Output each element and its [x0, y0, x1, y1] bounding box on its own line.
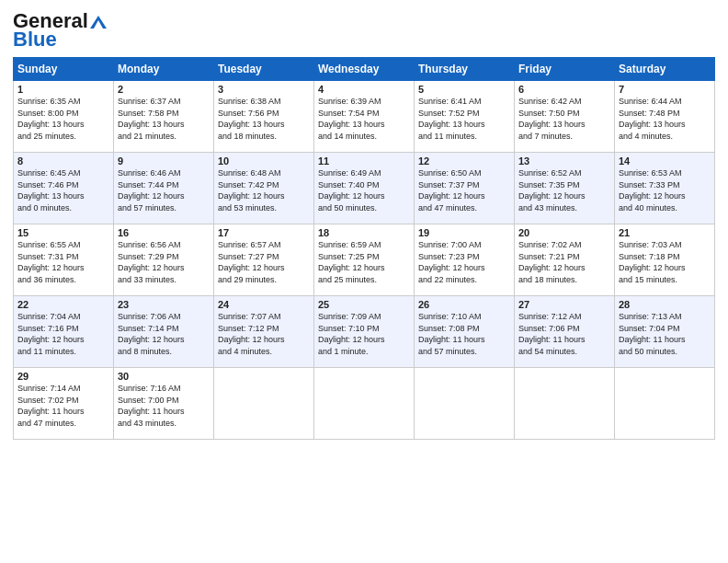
day-number: 2: [118, 84, 210, 95]
day-info: Sunrise: 7:04 AM Sunset: 7:16 PM Dayligh…: [17, 311, 109, 357]
day-number: 28: [619, 299, 711, 310]
calendar-cell: 15Sunrise: 6:55 AM Sunset: 7:31 PM Dayli…: [14, 224, 114, 296]
day-number: 8: [17, 155, 109, 167]
calendar-header-friday: Friday: [515, 58, 615, 81]
calendar-cell: 26Sunrise: 7:10 AM Sunset: 7:08 PM Dayli…: [415, 296, 515, 368]
day-info: Sunrise: 7:03 AM Sunset: 7:18 PM Dayligh…: [619, 239, 711, 285]
calendar-cell: 13Sunrise: 6:52 AM Sunset: 7:35 PM Dayli…: [515, 153, 615, 224]
day-info: Sunrise: 7:16 AM Sunset: 7:00 PM Dayligh…: [118, 383, 210, 429]
day-number: 4: [318, 84, 410, 95]
day-info: Sunrise: 6:42 AM Sunset: 7:50 PM Dayligh…: [518, 96, 610, 142]
calendar-cell: 21Sunrise: 7:03 AM Sunset: 7:18 PM Dayli…: [615, 224, 715, 296]
day-number: 3: [218, 84, 310, 95]
day-number: 15: [17, 227, 109, 238]
day-info: Sunrise: 6:45 AM Sunset: 7:46 PM Dayligh…: [17, 167, 109, 213]
day-info: Sunrise: 7:07 AM Sunset: 7:12 PM Dayligh…: [218, 311, 310, 357]
day-number: 24: [218, 299, 310, 310]
day-number: 7: [619, 84, 711, 95]
calendar-cell: 25Sunrise: 7:09 AM Sunset: 7:10 PM Dayli…: [314, 296, 415, 368]
calendar-week-3: 15Sunrise: 6:55 AM Sunset: 7:31 PM Dayli…: [14, 224, 715, 296]
day-info: Sunrise: 7:12 AM Sunset: 7:06 PM Dayligh…: [518, 311, 610, 357]
calendar-week-2: 8Sunrise: 6:45 AM Sunset: 7:46 PM Daylig…: [14, 153, 715, 224]
calendar-cell: [515, 368, 615, 440]
calendar-week-5: 29Sunrise: 7:14 AM Sunset: 7:02 PM Dayli…: [14, 368, 715, 440]
calendar-cell: [615, 368, 715, 440]
day-number: 1: [17, 84, 109, 95]
day-number: 30: [118, 371, 210, 382]
calendar-header-sunday: Sunday: [14, 58, 114, 81]
logo-arrow-icon: [90, 16, 107, 29]
day-info: Sunrise: 6:41 AM Sunset: 7:52 PM Dayligh…: [418, 96, 510, 142]
day-info: Sunrise: 6:48 AM Sunset: 7:42 PM Dayligh…: [218, 167, 310, 213]
day-number: 29: [17, 371, 109, 382]
day-info: Sunrise: 6:56 AM Sunset: 7:29 PM Dayligh…: [118, 239, 210, 285]
logo-text-blue: Blue: [13, 29, 57, 50]
day-info: Sunrise: 6:52 AM Sunset: 7:35 PM Dayligh…: [518, 167, 610, 213]
calendar-cell: 16Sunrise: 6:56 AM Sunset: 7:29 PM Dayli…: [114, 224, 214, 296]
calendar-cell: 22Sunrise: 7:04 AM Sunset: 7:16 PM Dayli…: [14, 296, 114, 368]
day-number: 9: [118, 155, 210, 167]
calendar-cell: 9Sunrise: 6:46 AM Sunset: 7:44 PM Daylig…: [114, 153, 214, 224]
calendar-cell: 4Sunrise: 6:39 AM Sunset: 7:54 PM Daylig…: [314, 81, 415, 153]
day-info: Sunrise: 6:50 AM Sunset: 7:37 PM Dayligh…: [418, 167, 510, 213]
day-number: 20: [518, 227, 610, 238]
header-row: General Blue: [13, 11, 715, 50]
day-info: Sunrise: 6:37 AM Sunset: 7:58 PM Dayligh…: [118, 96, 210, 142]
day-number: 22: [17, 299, 109, 310]
calendar-header-monday: Monday: [114, 58, 214, 81]
day-info: Sunrise: 7:14 AM Sunset: 7:02 PM Dayligh…: [17, 383, 109, 429]
calendar-cell: 6Sunrise: 6:42 AM Sunset: 7:50 PM Daylig…: [515, 81, 615, 153]
day-info: Sunrise: 7:06 AM Sunset: 7:14 PM Dayligh…: [118, 311, 210, 357]
day-number: 19: [418, 227, 510, 238]
day-info: Sunrise: 7:02 AM Sunset: 7:21 PM Dayligh…: [518, 239, 610, 285]
calendar-cell: 23Sunrise: 7:06 AM Sunset: 7:14 PM Dayli…: [114, 296, 214, 368]
day-info: Sunrise: 6:46 AM Sunset: 7:44 PM Dayligh…: [118, 167, 210, 213]
calendar-cell: 17Sunrise: 6:57 AM Sunset: 7:27 PM Dayli…: [214, 224, 314, 296]
calendar-cell: 14Sunrise: 6:53 AM Sunset: 7:33 PM Dayli…: [615, 153, 715, 224]
day-info: Sunrise: 6:39 AM Sunset: 7:54 PM Dayligh…: [318, 96, 410, 142]
calendar-header-wednesday: Wednesday: [314, 58, 415, 81]
calendar-cell: 29Sunrise: 7:14 AM Sunset: 7:02 PM Dayli…: [14, 368, 114, 440]
day-info: Sunrise: 6:35 AM Sunset: 8:00 PM Dayligh…: [17, 96, 109, 142]
calendar-cell: 30Sunrise: 7:16 AM Sunset: 7:00 PM Dayli…: [114, 368, 214, 440]
calendar-cell: 20Sunrise: 7:02 AM Sunset: 7:21 PM Dayli…: [515, 224, 615, 296]
day-info: Sunrise: 6:49 AM Sunset: 7:40 PM Dayligh…: [318, 167, 410, 213]
calendar-week-1: 1Sunrise: 6:35 AM Sunset: 8:00 PM Daylig…: [14, 81, 715, 153]
calendar-cell: 1Sunrise: 6:35 AM Sunset: 8:00 PM Daylig…: [14, 81, 114, 153]
day-number: 13: [518, 155, 610, 167]
logo: General Blue: [13, 11, 107, 50]
calendar-header-tuesday: Tuesday: [214, 58, 314, 81]
calendar-cell: [214, 368, 314, 440]
calendar-cell: 5Sunrise: 6:41 AM Sunset: 7:52 PM Daylig…: [415, 81, 515, 153]
calendar-cell: 11Sunrise: 6:49 AM Sunset: 7:40 PM Dayli…: [314, 153, 415, 224]
calendar-cell: 12Sunrise: 6:50 AM Sunset: 7:37 PM Dayli…: [415, 153, 515, 224]
calendar-week-4: 22Sunrise: 7:04 AM Sunset: 7:16 PM Dayli…: [14, 296, 715, 368]
day-number: 25: [318, 299, 410, 310]
day-number: 17: [218, 227, 310, 238]
main-container: General Blue SundayMondayTuesdayWednesda…: [0, 0, 728, 447]
day-number: 21: [619, 227, 711, 238]
calendar-cell: 24Sunrise: 7:07 AM Sunset: 7:12 PM Dayli…: [214, 296, 314, 368]
day-number: 27: [518, 299, 610, 310]
calendar-header-saturday: Saturday: [615, 58, 715, 81]
calendar-cell: 10Sunrise: 6:48 AM Sunset: 7:42 PM Dayli…: [214, 153, 314, 224]
calendar-cell: 28Sunrise: 7:13 AM Sunset: 7:04 PM Dayli…: [615, 296, 715, 368]
day-number: 11: [318, 155, 410, 167]
day-number: 14: [619, 155, 711, 167]
day-number: 18: [318, 227, 410, 238]
day-info: Sunrise: 6:57 AM Sunset: 7:27 PM Dayligh…: [218, 239, 310, 285]
calendar-cell: 18Sunrise: 6:59 AM Sunset: 7:25 PM Dayli…: [314, 224, 415, 296]
day-info: Sunrise: 6:53 AM Sunset: 7:33 PM Dayligh…: [619, 167, 711, 213]
day-number: 6: [518, 84, 610, 95]
calendar-cell: [415, 368, 515, 440]
day-info: Sunrise: 7:00 AM Sunset: 7:23 PM Dayligh…: [418, 239, 510, 285]
day-info: Sunrise: 6:44 AM Sunset: 7:48 PM Dayligh…: [619, 96, 711, 142]
day-info: Sunrise: 7:13 AM Sunset: 7:04 PM Dayligh…: [619, 311, 711, 357]
day-info: Sunrise: 7:09 AM Sunset: 7:10 PM Dayligh…: [318, 311, 410, 357]
day-number: 10: [218, 155, 310, 167]
day-info: Sunrise: 6:59 AM Sunset: 7:25 PM Dayligh…: [318, 239, 410, 285]
calendar-cell: [314, 368, 415, 440]
calendar-cell: 19Sunrise: 7:00 AM Sunset: 7:23 PM Dayli…: [415, 224, 515, 296]
calendar-cell: 27Sunrise: 7:12 AM Sunset: 7:06 PM Dayli…: [515, 296, 615, 368]
day-number: 26: [418, 299, 510, 310]
